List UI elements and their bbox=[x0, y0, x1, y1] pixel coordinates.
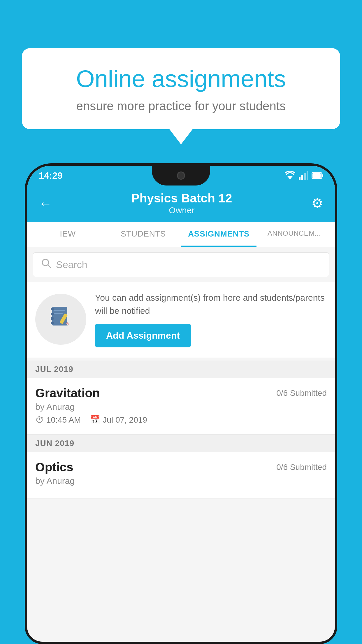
volume-down-button bbox=[25, 303, 25, 330]
status-icons bbox=[285, 171, 323, 180]
section-header-jul: JUL 2019 bbox=[27, 360, 335, 378]
phone-screen: 14:29 bbox=[27, 166, 335, 642]
assignment-date: 📅 Jul 07, 2019 bbox=[89, 415, 147, 425]
assignment-top-row: Gravitation 0/6 Submitted bbox=[35, 386, 327, 400]
search-input[interactable]: Search bbox=[56, 259, 87, 270]
assignment-name: Gravitation bbox=[35, 386, 100, 400]
svg-rect-11 bbox=[51, 308, 54, 310]
header-center: Physics Batch 12 Owner bbox=[131, 191, 232, 215]
svg-rect-16 bbox=[54, 313, 63, 314]
svg-rect-13 bbox=[51, 317, 54, 320]
svg-rect-7 bbox=[312, 173, 321, 178]
section-header-jun: JUN 2019 bbox=[27, 435, 335, 452]
empty-state-description: You can add assignment(s) from here and … bbox=[95, 291, 327, 317]
status-time: 14:29 bbox=[39, 170, 63, 181]
svg-rect-6 bbox=[322, 174, 323, 177]
camera bbox=[177, 172, 185, 180]
speech-bubble: Online assignments ensure more practice … bbox=[22, 48, 340, 129]
app-header: ← Physics Batch 12 Owner ⚙ bbox=[27, 186, 335, 222]
tab-bar: IEW STUDENTS ASSIGNMENTS ANNOUNCEM... bbox=[27, 222, 335, 247]
svg-line-9 bbox=[48, 265, 51, 268]
svg-rect-4 bbox=[307, 171, 308, 180]
header-subtitle: Owner bbox=[131, 205, 232, 215]
assignment-item-optics[interactable]: Optics 0/6 Submitted by Anurag bbox=[27, 452, 335, 498]
bubble-subtitle: ensure more practice for your students bbox=[42, 99, 320, 113]
svg-rect-15 bbox=[54, 310, 65, 311]
assignment-time: ⏱ 10:45 AM bbox=[35, 415, 81, 425]
calendar-icon: 📅 bbox=[89, 415, 100, 425]
assignment-icon bbox=[48, 304, 74, 335]
notch bbox=[152, 166, 210, 186]
svg-rect-3 bbox=[304, 173, 306, 180]
tab-assignments[interactable]: ASSIGNMENTS bbox=[181, 222, 256, 247]
assignment-by: by Anurag bbox=[35, 402, 327, 412]
header-title: Physics Batch 12 bbox=[131, 191, 232, 205]
assignment-submitted-optics: 0/6 Submitted bbox=[276, 460, 327, 472]
search-bar[interactable]: Search bbox=[33, 252, 329, 277]
bubble-title: Online assignments bbox=[42, 66, 320, 92]
empty-state-right: You can add assignment(s) from here and … bbox=[95, 291, 327, 347]
assignment-icon-circle bbox=[35, 294, 86, 345]
assignment-name-optics: Optics bbox=[35, 460, 73, 474]
svg-marker-0 bbox=[287, 176, 293, 179]
tab-iew[interactable]: IEW bbox=[30, 222, 106, 247]
tab-announcements[interactable]: ANNOUNCEM... bbox=[256, 222, 332, 247]
clock-icon: ⏱ bbox=[35, 415, 44, 425]
phone-frame: 14:29 bbox=[25, 163, 337, 644]
wifi-icon bbox=[285, 171, 295, 180]
tab-students[interactable]: STUDENTS bbox=[106, 222, 181, 247]
settings-icon[interactable]: ⚙ bbox=[311, 195, 323, 211]
power-button bbox=[337, 265, 337, 289]
svg-rect-2 bbox=[301, 175, 303, 180]
back-button[interactable]: ← bbox=[39, 195, 52, 211]
add-assignment-button[interactable]: Add Assignment bbox=[95, 324, 191, 347]
assignment-top-row-optics: Optics 0/6 Submitted bbox=[35, 460, 327, 474]
svg-rect-12 bbox=[51, 313, 54, 315]
assignment-item-gravitation[interactable]: Gravitation 0/6 Submitted by Anurag ⏱ 10… bbox=[27, 378, 335, 435]
volume-silent-button bbox=[25, 245, 25, 264]
empty-state-card: You can add assignment(s) from here and … bbox=[27, 282, 335, 358]
svg-rect-14 bbox=[51, 322, 54, 324]
battery-icon bbox=[312, 172, 323, 180]
assignment-meta: ⏱ 10:45 AM 📅 Jul 07, 2019 bbox=[35, 415, 327, 425]
speech-bubble-container: Online assignments ensure more practice … bbox=[22, 48, 340, 129]
assignment-by-optics: by Anurag bbox=[35, 476, 327, 486]
signal-icon bbox=[299, 171, 308, 180]
volume-up-button bbox=[25, 271, 25, 298]
search-icon bbox=[41, 258, 51, 271]
svg-rect-1 bbox=[299, 177, 301, 180]
assignment-submitted: 0/6 Submitted bbox=[276, 386, 327, 398]
